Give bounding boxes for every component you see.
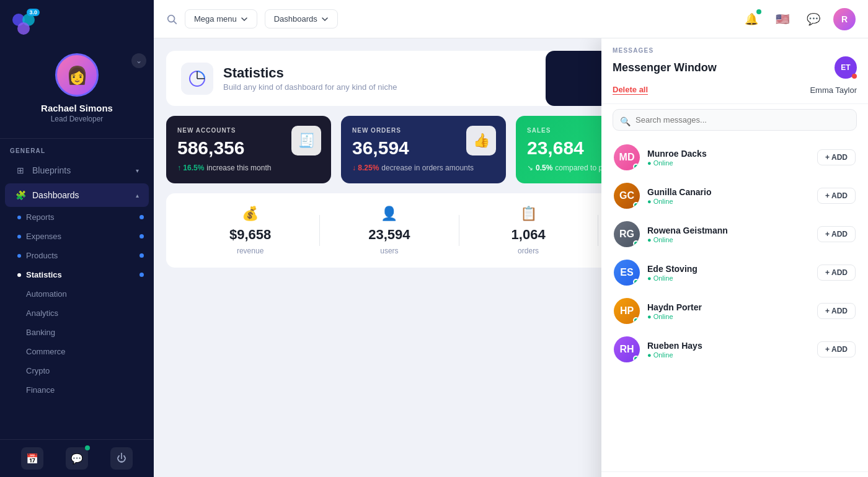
emma-taylor-label: Emma Taylor (810, 85, 857, 95)
add-contact-button-rueben[interactable]: + ADD (817, 341, 856, 357)
sidebar-logo: 3.0 (0, 0, 154, 43)
sidebar-item-expenses[interactable]: Expenses (0, 227, 154, 246)
online-dot-rowena (633, 240, 639, 247)
commerce-label: Commerce (26, 347, 66, 356)
metric-card-new-orders: NEW ORDERS 36,594 👍 ↓ 8.25% decrease in … (341, 116, 506, 183)
add-contact-button-munroe[interactable]: + ADD (817, 149, 856, 165)
automation-dot (17, 292, 21, 296)
blueprints-arrow: ▾ (136, 167, 139, 174)
dashboards-button[interactable]: Dashboards (265, 9, 338, 28)
metric-icon: 👍 (466, 126, 496, 155)
contact-name-rowena: Rowena Geistmann (647, 225, 810, 235)
sidebar: 3.0 ⌄ 👩 Rachael Simons Lead Developer GE… (0, 0, 154, 477)
online-dot-munroe (633, 164, 639, 170)
messenger-contact-munroe[interactable]: MD Munroe Dacks ● Online + ADD (609, 138, 861, 177)
orders-label: orders (518, 247, 539, 255)
sidebar-item-dashboards[interactable]: 🧩 Dashboards ▴ (5, 183, 149, 207)
page-icon (181, 63, 213, 95)
reports-badge (140, 215, 144, 219)
messenger-actions: Delete all Emma Taylor (613, 79, 857, 97)
online-dot-ede (633, 279, 639, 285)
contact-avatar-rueben: RH (614, 336, 640, 362)
contact-status-munroe: ● Online (647, 159, 810, 167)
sidebar-item-analytics[interactable]: Analytics (0, 304, 154, 323)
online-dot-rueben (633, 356, 639, 362)
avatar: 👩 (55, 53, 99, 97)
messenger-search-input[interactable] (613, 109, 857, 131)
contact-status-ede: ● Online (647, 274, 810, 282)
sidebar-bottom: 📅 💬 ⏻ (0, 439, 154, 477)
chat-icon-btn[interactable]: 💬 (66, 447, 88, 470)
products-label: Products (26, 251, 58, 260)
sidebar-item-statistics[interactable]: Statistics (0, 265, 154, 284)
statistics-badge (140, 273, 144, 277)
sidebar-item-automation[interactable]: Automation (0, 284, 154, 304)
metric-change: ↓ 8.25% decrease in orders amounts (352, 164, 495, 172)
topbar-right: 🔔 🇺🇸 💬 R (740, 8, 856, 30)
metric-icon: 🧾 (291, 126, 321, 155)
analytics-dot (17, 312, 21, 315)
notification-dot (756, 9, 761, 14)
contact-status-rueben: ● Online (647, 351, 810, 359)
messenger-contact-rueben[interactable]: RH Rueben Hays ● Online + ADD (609, 330, 861, 369)
mega-menu-label: Mega menu (194, 14, 237, 24)
sidebar-item-finance[interactable]: Finance (0, 380, 154, 400)
sidebar-item-reports[interactable]: Reports (0, 208, 154, 227)
mega-menu-chevron (241, 15, 248, 23)
calendar-icon-btn[interactable]: 📅 (21, 447, 43, 470)
metric-card-new-accounts: NEW ACCOUNTS 586,356 🧾 ↑ 16.5% increase … (166, 116, 331, 183)
commerce-dot (17, 350, 21, 354)
dashboards-icon: 🧩 (15, 190, 26, 201)
sidebar-item-products[interactable]: Products (0, 246, 154, 265)
power-icon-btn[interactable]: ⏻ (110, 447, 133, 470)
search-button[interactable] (166, 14, 177, 25)
finance-label: Finance (26, 385, 55, 395)
sidebar-item-commerce[interactable]: Commerce (0, 342, 154, 361)
crypto-label: Crypto (26, 366, 50, 375)
profile-toggle[interactable]: ⌄ (131, 53, 146, 68)
messenger-contact-rowena[interactable]: RG Rowena Geistmann ● Online + ADD (609, 215, 861, 253)
revenue-icon: 💰 (242, 206, 259, 222)
revenue-label: revenue (237, 247, 264, 255)
notifications-button[interactable]: 🔔 (740, 8, 763, 30)
add-contact-button-haydn[interactable]: + ADD (817, 303, 856, 319)
add-contact-button-ede[interactable]: + ADD (817, 265, 856, 281)
profile-name: Rachael Simons (41, 103, 113, 113)
svg-point-2 (17, 22, 30, 35)
contact-status-haydn: ● Online (647, 313, 810, 320)
sidebar-item-crypto[interactable]: Crypto (0, 361, 154, 380)
logo-icon: 3.0 (10, 11, 37, 38)
dashboards-arrow: ▴ (136, 192, 139, 199)
contact-name-haydn: Haydn Porter (647, 302, 810, 312)
users-value: 23,594 (368, 227, 410, 243)
sidebar-item-blueprints[interactable]: ⊞ Blueprints ▾ (5, 159, 149, 182)
messages-button[interactable]: 💬 (802, 8, 825, 30)
add-contact-button-rowena[interactable]: + ADD (817, 226, 856, 242)
contact-name-munroe: Munroe Dacks (647, 149, 810, 159)
chat-badge (85, 445, 90, 450)
page-title: Statistics (223, 65, 397, 81)
delete-all-button[interactable]: Delete all (613, 85, 648, 95)
sidebar-item-banking[interactable]: Banking (0, 323, 154, 342)
expenses-dot (17, 235, 21, 239)
messenger-contact-ede[interactable]: ES Ede Stoving ● Online + ADD (609, 253, 861, 292)
contact-avatar-munroe: MD (614, 144, 640, 170)
blueprints-icon: ⊞ (15, 165, 26, 176)
stat-orders: 📋 1,064 orders (459, 206, 598, 255)
topbar: Mega menu Dashboards 🔔 🇺🇸 💬 R (154, 0, 868, 38)
topbar-avatar[interactable]: R (833, 8, 856, 30)
messenger-search-icon: 🔍 (620, 116, 631, 126)
automation-label: Automation (26, 289, 67, 299)
messenger-user-avatar: ET (835, 56, 857, 79)
contact-avatar-gunilla: GC (614, 183, 640, 209)
flag-button[interactable]: 🇺🇸 (771, 8, 794, 30)
add-contact-button-gunilla[interactable]: + ADD (817, 188, 856, 204)
users-icon: 👤 (381, 206, 397, 222)
metric-change: ↑ 16.5% increase this month (177, 164, 320, 172)
messenger-contact-gunilla[interactable]: GC Gunilla Canario ● Online + ADD (609, 177, 861, 215)
mega-menu-button[interactable]: Mega menu (185, 9, 257, 28)
contact-name-ede: Ede Stoving (647, 264, 810, 274)
contact-info-haydn: Haydn Porter ● Online (647, 302, 810, 320)
products-dot (17, 254, 21, 258)
messenger-contact-haydn[interactable]: HP Haydn Porter ● Online + ADD (609, 292, 861, 330)
